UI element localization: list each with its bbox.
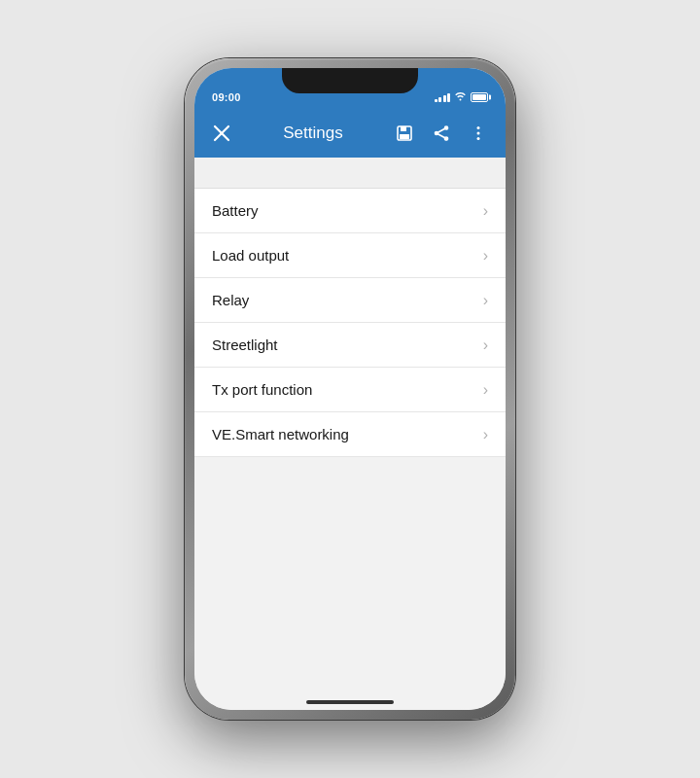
menu-item-battery-label: Battery xyxy=(212,202,259,219)
menu-item-relay[interactable]: Relay › xyxy=(194,278,506,323)
status-time: 09:00 xyxy=(212,91,241,103)
menu-item-ve-smart-label: VE.Smart networking xyxy=(212,426,349,442)
svg-rect-4 xyxy=(400,134,409,139)
svg-line-9 xyxy=(438,134,444,138)
menu-item-battery[interactable]: Battery › xyxy=(194,189,506,233)
phone-screen: 09:00 xyxy=(194,68,506,710)
chevron-right-icon: › xyxy=(483,381,488,399)
share-button[interactable] xyxy=(428,120,455,147)
chevron-right-icon: › xyxy=(483,292,488,309)
menu-item-load-output[interactable]: Load output › xyxy=(194,233,506,278)
notch xyxy=(282,68,418,93)
menu-item-streetlight-label: Streetlight xyxy=(212,336,278,353)
svg-point-7 xyxy=(436,132,438,135)
menu-item-load-output-label: Load output xyxy=(212,247,289,264)
svg-point-12 xyxy=(477,137,480,140)
close-button[interactable] xyxy=(208,120,235,147)
signal-icon xyxy=(435,92,451,102)
phone-frame: 09:00 xyxy=(185,58,515,720)
svg-line-8 xyxy=(438,128,444,132)
chevron-right-icon: › xyxy=(483,202,488,220)
menu-item-tx-port-label: Tx port function xyxy=(212,381,312,398)
section-header xyxy=(194,158,506,189)
app-bar: Settings xyxy=(194,109,506,158)
home-indicator[interactable] xyxy=(306,700,394,704)
chevron-right-icon: › xyxy=(483,247,488,265)
menu-item-tx-port-function[interactable]: Tx port function › xyxy=(194,368,506,412)
save-button[interactable] xyxy=(391,120,418,147)
wifi-icon xyxy=(454,91,467,103)
menu-item-ve-smart-networking[interactable]: VE.Smart networking › xyxy=(194,412,506,457)
more-button[interactable] xyxy=(465,120,492,147)
menu-list: Battery › Load output › Relay › Streetli… xyxy=(194,189,506,457)
svg-point-11 xyxy=(477,132,480,135)
svg-point-6 xyxy=(445,137,448,140)
battery-status-icon xyxy=(471,92,488,102)
status-icons xyxy=(435,91,489,103)
menu-item-relay-label: Relay xyxy=(212,292,249,308)
chevron-right-icon: › xyxy=(483,336,488,354)
svg-point-5 xyxy=(445,126,448,129)
app-bar-title: Settings xyxy=(247,124,379,143)
empty-content-area xyxy=(194,457,506,710)
svg-point-10 xyxy=(477,126,480,129)
menu-item-streetlight[interactable]: Streetlight › xyxy=(194,323,506,368)
svg-rect-3 xyxy=(401,126,406,131)
chevron-right-icon: › xyxy=(483,426,488,443)
screen-content: Battery › Load output › Relay › Streetli… xyxy=(194,158,506,710)
app-bar-actions xyxy=(391,120,492,147)
